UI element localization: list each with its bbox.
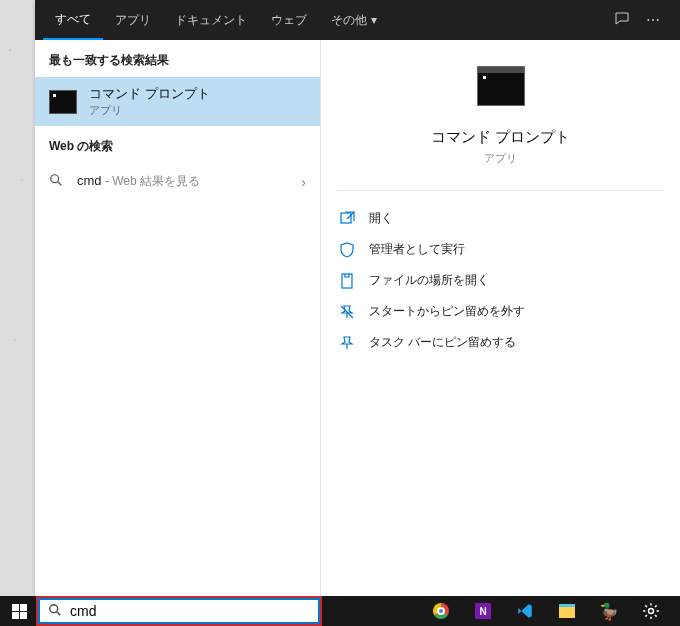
action-open-location-label: ファイルの場所を開く [369, 272, 489, 289]
vscode-icon[interactable] [504, 596, 546, 626]
feedback-icon[interactable] [606, 11, 638, 30]
action-unpin-start[interactable]: スタートからピン留めを外す [333, 296, 668, 327]
web-text: cmd - Web 結果を見る [77, 173, 287, 190]
desktop-background [0, 0, 35, 596]
action-pin-taskbar[interactable]: タスク バーにピン留めする [333, 327, 668, 358]
action-unpin-start-label: スタートからピン留めを外す [369, 303, 525, 320]
open-icon [339, 211, 355, 227]
svg-line-6 [57, 611, 61, 615]
web-result[interactable]: cmd - Web 結果を見る › [35, 163, 320, 200]
action-open[interactable]: 開く [333, 203, 668, 234]
taskbar: N 🦆 [0, 596, 680, 626]
search-panel: すべて アプリ ドキュメント ウェブ その他 ▾ ⋯ 最も一致する検索結果 コマ… [35, 0, 680, 596]
content-row: 最も一致する検索結果 コマンド プロンプト アプリ Web の検索 cmd - … [35, 40, 680, 596]
pin-icon [339, 335, 355, 351]
tab-documents[interactable]: ドキュメント [163, 0, 259, 40]
web-query: cmd [77, 173, 102, 188]
tab-more-label: その他 [331, 12, 367, 29]
preview-header: コマンド プロンプト アプリ [321, 40, 680, 166]
search-icon [49, 173, 63, 190]
tab-web[interactable]: ウェブ [259, 0, 319, 40]
action-run-admin-label: 管理者として実行 [369, 241, 465, 258]
settings-icon[interactable] [630, 596, 672, 626]
divider [337, 190, 664, 191]
action-pin-taskbar-label: タスク バーにピン留めする [369, 334, 516, 351]
admin-icon [339, 242, 355, 258]
section-best-match: 最も一致する検索結果 [35, 40, 320, 77]
results-column: 最も一致する検索結果 コマンド プロンプト アプリ Web の検索 cmd - … [35, 40, 321, 596]
taskbar-search-box[interactable] [38, 598, 320, 624]
preview-cmd-icon [477, 66, 525, 106]
svg-point-0 [51, 175, 59, 183]
svg-point-7 [649, 609, 654, 614]
svg-point-5 [50, 604, 58, 612]
more-icon[interactable]: ⋯ [638, 12, 668, 28]
tab-all[interactable]: すべて [43, 0, 103, 40]
result-cmd[interactable]: コマンド プロンプト アプリ [35, 77, 320, 126]
web-suffix: - Web 結果を見る [102, 174, 200, 188]
action-open-location[interactable]: ファイルの場所を開く [333, 265, 668, 296]
onenote-icon[interactable]: N [462, 596, 504, 626]
preview-title: コマンド プロンプト [321, 128, 680, 147]
svg-line-1 [58, 182, 62, 186]
unpin-icon [339, 304, 355, 320]
preview-column: コマンド プロンプト アプリ 開く 管理者として実行 ファイルの場所を開く [321, 40, 680, 596]
tab-more[interactable]: その他 ▾ [319, 0, 389, 40]
folder-icon [339, 273, 355, 289]
preview-subtitle: アプリ [321, 151, 680, 166]
action-list: 開く 管理者として実行 ファイルの場所を開く スタートからピン留めを外す タスク… [321, 199, 680, 362]
result-subtitle: アプリ [89, 103, 210, 118]
tab-apps[interactable]: アプリ [103, 0, 163, 40]
svg-rect-3 [342, 274, 352, 288]
search-input[interactable] [70, 603, 310, 619]
start-button[interactable] [0, 596, 38, 626]
result-title: コマンド プロンプト [89, 85, 210, 103]
section-web: Web の検索 [35, 126, 320, 163]
explorer-icon[interactable] [546, 596, 588, 626]
search-icon [48, 603, 62, 620]
svg-rect-2 [341, 213, 351, 223]
action-run-admin[interactable]: 管理者として実行 [333, 234, 668, 265]
chevron-down-icon: ▾ [371, 13, 377, 27]
chevron-right-icon: › [301, 174, 306, 190]
action-open-label: 開く [369, 210, 393, 227]
windows-logo-icon [12, 604, 27, 619]
result-texts: コマンド プロンプト アプリ [89, 85, 210, 118]
cmd-icon [49, 90, 77, 114]
duck-icon[interactable]: 🦆 [588, 596, 630, 626]
tabs-bar: すべて アプリ ドキュメント ウェブ その他 ▾ ⋯ [35, 0, 680, 40]
chrome-icon[interactable] [420, 596, 462, 626]
taskbar-icons: N 🦆 [420, 596, 680, 626]
